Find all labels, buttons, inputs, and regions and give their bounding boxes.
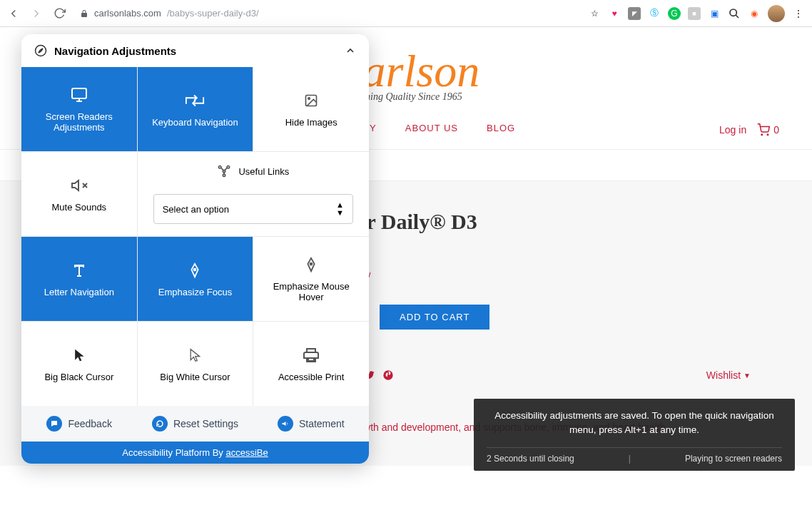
- caret-icon: ▲▼: [336, 201, 344, 217]
- rss-icon[interactable]: ◤: [628, 7, 641, 20]
- cell-emphasize-hover[interactable]: Emphasize Mouse Hover: [253, 237, 369, 321]
- printer-icon: [301, 346, 321, 364]
- collapse-icon[interactable]: [345, 45, 356, 56]
- svg-point-14: [308, 97, 310, 99]
- svg-point-4: [36, 46, 46, 56]
- search-icon[interactable]: [728, 7, 741, 20]
- forward-button[interactable]: [30, 7, 43, 20]
- cell-big-black-cursor[interactable]: Big Black Cursor: [21, 322, 137, 406]
- wishlist-button[interactable]: Wishlist▼: [706, 369, 751, 381]
- spiral-icon[interactable]: ◉: [748, 7, 761, 20]
- reset-button[interactable]: Reset Settings: [137, 406, 253, 442]
- svg-point-26: [310, 263, 313, 265]
- pen-icon: [185, 261, 205, 280]
- mute-icon: [69, 176, 89, 195]
- svg-line-23: [225, 168, 227, 170]
- panel-footer: Feedback Reset Settings Statement: [21, 406, 369, 442]
- panel-header: Navigation Adjustments: [21, 34, 369, 67]
- cell-keyboard-nav[interactable]: Keyboard Navigation: [138, 67, 253, 151]
- tab-icon: [185, 91, 205, 110]
- url-path: /babys-super-daily-d3/: [167, 8, 259, 19]
- feedback-button[interactable]: Feedback: [21, 406, 137, 442]
- image-icon: [301, 91, 321, 110]
- toast-countdown: 2 Seconds until closing: [487, 454, 574, 464]
- panel-credit: Accessibility Platform By accessiBe: [21, 442, 369, 464]
- cell-hide-images[interactable]: Hide Images: [253, 67, 369, 151]
- cell-useful-links: Useful Links Select an option ▲▼: [138, 152, 369, 236]
- login-link[interactable]: Log in: [719, 124, 746, 136]
- toast-message: Accessibility adjustments are saved. To …: [487, 409, 782, 438]
- useful-links-select[interactable]: Select an option ▲▼: [153, 194, 353, 224]
- ext-icon[interactable]: ■: [688, 7, 701, 20]
- profile-avatar[interactable]: [768, 5, 785, 22]
- accessibility-panel: Navigation Adjustments Screen Readers Ad…: [21, 34, 369, 464]
- cell-accessible-print[interactable]: Accessible Print: [253, 322, 369, 406]
- heart-icon[interactable]: ♥: [608, 7, 621, 20]
- svg-rect-6: [72, 88, 86, 98]
- pen-outline-icon: [301, 255, 321, 274]
- reload-button[interactable]: [53, 7, 66, 20]
- pinterest-icon[interactable]: [382, 369, 394, 381]
- statement-button[interactable]: Statement: [253, 406, 369, 442]
- back-button[interactable]: [7, 7, 20, 20]
- cursor-black-icon: [69, 346, 89, 364]
- cell-mute-sounds[interactable]: Mute Sounds: [21, 152, 137, 236]
- svg-point-0: [730, 9, 736, 16]
- svg-point-19: [228, 166, 230, 168]
- megaphone-icon: [278, 416, 293, 432]
- chat-icon: [46, 416, 62, 432]
- nav-blog[interactable]: BLOG: [487, 123, 515, 133]
- svg-rect-28: [308, 358, 314, 361]
- toast-notification: Accessibility adjustments are saved. To …: [474, 399, 795, 471]
- refresh-icon: [152, 416, 168, 432]
- ext2-icon[interactable]: ▣: [708, 7, 721, 20]
- panel-title: Navigation Adjustments: [54, 45, 176, 57]
- cell-emphasize-focus[interactable]: Emphasize Focus: [138, 237, 253, 321]
- svg-point-3: [383, 370, 392, 379]
- panel-grid: Screen Readers Adjustments Keyboard Navi…: [21, 67, 369, 406]
- account-bar: Log in 0: [719, 123, 779, 136]
- url-host: carlsonlabs.com: [94, 8, 161, 19]
- accessibe-link[interactable]: accessiBe: [225, 447, 268, 458]
- cursor-white-icon: [185, 346, 205, 364]
- letter-t-icon: [69, 261, 89, 280]
- svg-point-1: [761, 134, 763, 136]
- cell-big-white-cursor[interactable]: Big White Cursor: [138, 322, 253, 406]
- svg-point-18: [219, 166, 221, 168]
- svg-marker-15: [72, 180, 78, 190]
- menu-icon[interactable]: ⋮: [792, 7, 805, 20]
- svg-line-22: [221, 168, 223, 170]
- svg-marker-5: [39, 49, 43, 53]
- extension-icons: ☆ ♥ ◤ Ⓢ G ■ ▣ ◉ ⋮: [588, 5, 805, 22]
- address-bar[interactable]: carlsonlabs.com/babys-super-daily-d3/: [76, 8, 578, 19]
- nav-about[interactable]: ABOUT US: [405, 123, 458, 133]
- cell-screen-readers[interactable]: Screen Readers Adjustments: [21, 67, 137, 151]
- browser-toolbar: carlsonlabs.com/babys-super-daily-d3/ ☆ …: [0, 0, 812, 27]
- cart-button[interactable]: 0: [756, 123, 779, 136]
- lock-icon: [80, 9, 88, 18]
- svg-point-25: [194, 268, 196, 270]
- compass-icon: [34, 44, 47, 57]
- star-icon[interactable]: ☆: [588, 7, 601, 20]
- monitor-icon: [69, 86, 89, 104]
- svg-point-20: [223, 174, 225, 176]
- add-to-cart-button[interactable]: ADD TO CART: [380, 305, 489, 330]
- cart-icon: [756, 123, 771, 136]
- skype-icon[interactable]: Ⓢ: [648, 7, 661, 20]
- grammarly-icon[interactable]: G: [668, 7, 681, 20]
- cell-letter-nav[interactable]: Letter Navigation: [21, 237, 137, 321]
- useful-links-label: Useful Links: [238, 166, 289, 177]
- network-icon: [217, 164, 231, 178]
- svg-point-2: [767, 134, 768, 136]
- cart-count: 0: [773, 124, 779, 136]
- toast-status: Playing to screen readers: [685, 454, 782, 464]
